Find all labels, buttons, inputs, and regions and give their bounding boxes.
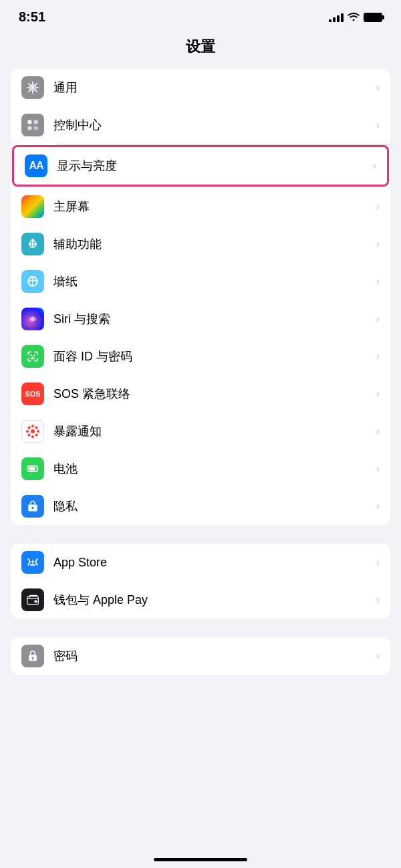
kongzhizhongxin-icon [21,114,44,136]
yinsi-chevron: › [376,500,380,512]
settings-item-fuzhu[interactable]: 辅助功能 › [11,225,390,263]
wallet-chevron: › [376,594,380,606]
zhupingmu-chevron: › [376,201,380,213]
svg-rect-23 [29,467,35,471]
baolu-label: 暴露通知 [53,423,371,439]
fuzhu-icon [21,233,44,255]
settings-item-siri[interactable]: Siri 与搜索 › [11,300,390,338]
settings-item-qiangzhi[interactable]: 墙纸 › [11,263,390,300]
dianchi-chevron: › [376,463,380,475]
home-bar [154,858,247,861]
tongyong-icon [21,76,44,99]
kongzhizhongxin-label: 控制中心 [53,117,371,133]
svg-point-24 [31,507,33,509]
settings-item-yinsi[interactable]: 隐私 › [11,487,390,525]
xianshi-chevron: › [373,160,376,172]
appstore-label: App Store [53,556,371,570]
mianrong-label: 面容 ID 与密码 [53,348,371,364]
signal-icon [329,13,344,22]
settings-item-sos[interactable]: SOS SOS 紧急联络 › [11,375,390,413]
svg-point-13 [31,429,35,433]
yinsi-icon [21,495,44,518]
svg-point-14 [31,425,34,427]
tongyong-label: 通用 [53,80,371,96]
svg-rect-5 [34,126,38,130]
settings-item-zhupingmu[interactable]: 主屏幕 › [11,188,390,225]
status-time: 8:51 [19,9,45,25]
wallet-icon [21,588,44,611]
mima-label: 密码 [53,648,371,664]
svg-point-16 [26,430,29,433]
zhupingmu-label: 主屏幕 [53,199,371,215]
appstore-chevron: › [376,556,380,568]
appstore-icon [21,551,44,574]
mianrong-icon [21,345,44,368]
svg-point-15 [31,435,34,438]
mima-icon [21,645,44,667]
siri-chevron: › [376,313,380,325]
settings-item-tongyong[interactable]: 通用 › [11,69,390,106]
kongzhizhongxin-chevron: › [376,119,380,131]
svg-rect-4 [28,126,32,130]
mima-chevron: › [376,650,380,662]
settings-group-3: 密码 › [11,637,390,675]
svg-point-20 [28,434,31,437]
svg-rect-26 [35,601,37,603]
svg-rect-2 [28,120,32,124]
svg-point-21 [35,434,38,437]
settings-group-2: App Store › 钱包与 Apple Pay › [11,544,390,619]
settings-group-1: 通用 › 控制中心 › AA 显示与亮度 › [11,69,390,525]
settings-item-mima[interactable]: 密码 › [11,637,390,675]
svg-point-19 [35,427,38,429]
settings-item-kongzhizhongxin[interactable]: 控制中心 › [11,106,390,144]
settings-item-xianshi[interactable]: AA 显示与亮度 › [12,145,389,187]
settings-item-baolu[interactable]: 暴露通知 › [11,413,390,450]
dianchi-label: 电池 [53,461,371,477]
qiangzhi-icon [21,270,44,293]
xianshi-label: 显示与亮度 [57,158,368,174]
svg-point-12 [31,318,35,321]
yinsi-label: 隐私 [53,498,371,514]
settings-item-mianrong[interactable]: 面容 ID 与密码 › [11,338,390,375]
tongyong-chevron: › [376,82,380,94]
xianshi-icon: AA [25,154,47,177]
sos-chevron: › [376,388,380,400]
qiangzhi-chevron: › [376,276,380,288]
siri-label: Siri 与搜索 [53,311,371,327]
baolu-icon [21,420,44,443]
page-title: 设置 [0,30,401,69]
fuzhu-label: 辅助功能 [53,236,371,252]
settings-item-dianchi[interactable]: 电池 › [11,450,390,487]
battery-status-icon [364,13,382,22]
wifi-icon [348,11,360,23]
svg-point-17 [37,430,39,433]
svg-point-18 [28,427,31,429]
siri-icon [21,308,44,330]
sos-label: SOS 紧急联络 [53,386,371,402]
dianchi-icon [21,457,44,480]
wallet-label: 钱包与 Apple Pay [53,592,371,608]
zhupingmu-icon [21,195,44,218]
settings-item-wallet[interactable]: 钱包与 Apple Pay › [11,581,390,619]
status-bar: 8:51 [0,0,401,30]
baolu-chevron: › [376,425,380,437]
sos-icon: SOS [21,383,44,405]
mianrong-chevron: › [376,350,380,362]
settings-item-appstore[interactable]: App Store › [11,544,390,581]
svg-rect-3 [34,120,38,124]
status-icons [329,11,382,23]
svg-point-0 [31,86,35,90]
qiangzhi-label: 墙纸 [53,274,371,290]
fuzhu-chevron: › [376,238,380,250]
